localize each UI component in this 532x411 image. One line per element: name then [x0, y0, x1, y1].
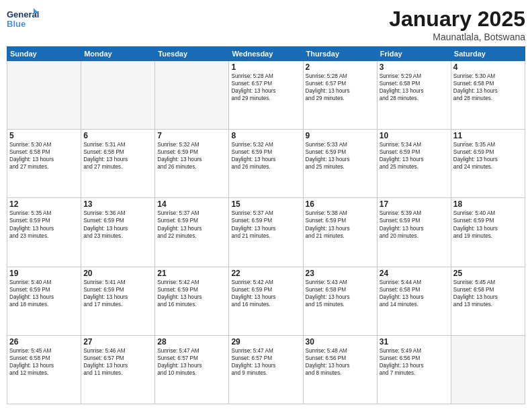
day-number: 30 [306, 337, 375, 347]
day-info: Sunrise: 5:29 AM Sunset: 6:58 PM Dayligh… [380, 73, 449, 102]
day-info: Sunrise: 5:37 AM Sunset: 6:59 PM Dayligh… [157, 210, 226, 239]
day-info: Sunrise: 5:30 AM Sunset: 6:58 PM Dayligh… [453, 73, 523, 102]
day-number: 31 [380, 337, 449, 347]
day-number: 9 [306, 131, 375, 140]
calendar-cell [451, 335, 525, 404]
day-info: Sunrise: 5:32 AM Sunset: 6:59 PM Dayligh… [231, 141, 300, 171]
calendar-cell: 27Sunrise: 5:46 AM Sunset: 6:57 PM Dayli… [81, 335, 155, 404]
day-info: Sunrise: 5:41 AM Sunset: 6:59 PM Dayligh… [83, 279, 152, 308]
calendar-cell [7, 61, 81, 130]
day-info: Sunrise: 5:42 AM Sunset: 6:59 PM Dayligh… [157, 279, 226, 308]
day-number: 25 [453, 269, 523, 278]
calendar-cell: 25Sunrise: 5:45 AM Sunset: 6:58 PM Dayli… [451, 267, 525, 335]
calendar-cell [155, 61, 229, 130]
day-number: 17 [380, 199, 449, 209]
day-info: Sunrise: 5:32 AM Sunset: 6:59 PM Dayligh… [157, 141, 226, 171]
day-info: Sunrise: 5:44 AM Sunset: 6:58 PM Dayligh… [380, 279, 449, 308]
day-number: 28 [157, 337, 226, 347]
calendar-cell: 20Sunrise: 5:41 AM Sunset: 6:59 PM Dayli… [81, 267, 155, 335]
calendar-cell: 5Sunrise: 5:30 AM Sunset: 6:58 PM Daylig… [7, 130, 81, 198]
day-info: Sunrise: 5:35 AM Sunset: 6:59 PM Dayligh… [9, 210, 79, 239]
day-info: Sunrise: 5:28 AM Sunset: 6:57 PM Dayligh… [306, 73, 375, 102]
calendar-cell: 21Sunrise: 5:42 AM Sunset: 6:59 PM Dayli… [155, 267, 229, 335]
day-info: Sunrise: 5:33 AM Sunset: 6:59 PM Dayligh… [306, 141, 375, 171]
logo: General Blue [7, 7, 39, 31]
day-number: 8 [231, 131, 300, 140]
day-info: Sunrise: 5:45 AM Sunset: 6:58 PM Dayligh… [9, 347, 79, 377]
day-number: 29 [231, 337, 300, 347]
calendar-cell: 16Sunrise: 5:38 AM Sunset: 6:59 PM Dayli… [303, 198, 377, 267]
day-number: 27 [83, 337, 152, 347]
day-number: 22 [231, 269, 300, 278]
weekday-header-wednesday: Wednesday [229, 47, 303, 61]
calendar-cell: 9Sunrise: 5:33 AM Sunset: 6:59 PM Daylig… [303, 130, 377, 198]
calendar-cell: 30Sunrise: 5:48 AM Sunset: 6:56 PM Dayli… [303, 335, 377, 404]
day-info: Sunrise: 5:49 AM Sunset: 6:56 PM Dayligh… [380, 347, 449, 377]
calendar-table: SundayMondayTuesdayWednesdayThursdayFrid… [7, 46, 525, 404]
day-number: 13 [83, 199, 152, 209]
day-info: Sunrise: 5:39 AM Sunset: 6:59 PM Dayligh… [380, 210, 449, 239]
day-number: 26 [9, 337, 79, 347]
day-info: Sunrise: 5:40 AM Sunset: 6:59 PM Dayligh… [453, 210, 523, 239]
calendar-cell [81, 61, 155, 130]
day-info: Sunrise: 5:40 AM Sunset: 6:59 PM Dayligh… [9, 279, 79, 308]
calendar-cell: 15Sunrise: 5:37 AM Sunset: 6:59 PM Dayli… [229, 198, 303, 267]
day-info: Sunrise: 5:43 AM Sunset: 6:58 PM Dayligh… [306, 279, 375, 308]
calendar-cell: 29Sunrise: 5:47 AM Sunset: 6:57 PM Dayli… [229, 335, 303, 404]
month-title: January 2025 [389, 7, 525, 32]
calendar-cell: 13Sunrise: 5:36 AM Sunset: 6:59 PM Dayli… [81, 198, 155, 267]
day-info: Sunrise: 5:48 AM Sunset: 6:56 PM Dayligh… [306, 347, 375, 377]
calendar-cell: 1Sunrise: 5:28 AM Sunset: 6:57 PM Daylig… [229, 61, 303, 130]
day-number: 3 [380, 62, 449, 72]
day-number: 5 [9, 131, 79, 140]
calendar-cell: 23Sunrise: 5:43 AM Sunset: 6:58 PM Dayli… [303, 267, 377, 335]
calendar-cell: 8Sunrise: 5:32 AM Sunset: 6:59 PM Daylig… [229, 130, 303, 198]
calendar-cell: 14Sunrise: 5:37 AM Sunset: 6:59 PM Dayli… [155, 198, 229, 267]
day-number: 7 [157, 131, 226, 140]
day-number: 19 [9, 269, 79, 278]
day-info: Sunrise: 5:45 AM Sunset: 6:58 PM Dayligh… [453, 279, 523, 308]
day-number: 15 [231, 199, 300, 209]
day-number: 12 [9, 199, 79, 209]
day-info: Sunrise: 5:34 AM Sunset: 6:59 PM Dayligh… [380, 141, 449, 171]
day-info: Sunrise: 5:28 AM Sunset: 6:57 PM Dayligh… [231, 73, 300, 102]
title-block: January 2025 Maunatlala, Botswana [389, 7, 525, 42]
day-info: Sunrise: 5:36 AM Sunset: 6:59 PM Dayligh… [83, 210, 152, 239]
logo-svg: General Blue [7, 7, 39, 31]
calendar-cell: 26Sunrise: 5:45 AM Sunset: 6:58 PM Dayli… [7, 335, 81, 404]
day-number: 10 [380, 131, 449, 140]
day-info: Sunrise: 5:46 AM Sunset: 6:57 PM Dayligh… [83, 347, 152, 377]
day-number: 24 [380, 269, 449, 278]
day-info: Sunrise: 5:31 AM Sunset: 6:58 PM Dayligh… [83, 141, 152, 171]
day-number: 2 [306, 62, 375, 72]
calendar-cell: 3Sunrise: 5:29 AM Sunset: 6:58 PM Daylig… [377, 61, 451, 130]
calendar-cell: 2Sunrise: 5:28 AM Sunset: 6:57 PM Daylig… [303, 61, 377, 130]
day-info: Sunrise: 5:47 AM Sunset: 6:57 PM Dayligh… [231, 347, 300, 377]
weekday-header-monday: Monday [81, 47, 155, 61]
weekday-header-tuesday: Tuesday [155, 47, 229, 61]
day-number: 23 [306, 269, 375, 278]
day-info: Sunrise: 5:37 AM Sunset: 6:59 PM Dayligh… [231, 210, 300, 239]
day-number: 6 [83, 131, 152, 140]
weekday-header-thursday: Thursday [303, 47, 377, 61]
day-number: 11 [453, 131, 523, 140]
calendar-cell: 28Sunrise: 5:47 AM Sunset: 6:57 PM Dayli… [155, 335, 229, 404]
day-number: 4 [453, 62, 523, 72]
calendar-cell: 4Sunrise: 5:30 AM Sunset: 6:58 PM Daylig… [451, 61, 525, 130]
day-number: 21 [157, 269, 226, 278]
day-info: Sunrise: 5:30 AM Sunset: 6:58 PM Dayligh… [9, 141, 79, 171]
calendar-cell: 12Sunrise: 5:35 AM Sunset: 6:59 PM Dayli… [7, 198, 81, 267]
day-number: 14 [157, 199, 226, 209]
calendar-cell: 17Sunrise: 5:39 AM Sunset: 6:59 PM Dayli… [377, 198, 451, 267]
day-info: Sunrise: 5:42 AM Sunset: 6:59 PM Dayligh… [231, 279, 300, 308]
day-info: Sunrise: 5:35 AM Sunset: 6:59 PM Dayligh… [453, 141, 523, 171]
day-number: 1 [231, 62, 300, 72]
day-number: 16 [306, 199, 375, 209]
calendar-cell: 6Sunrise: 5:31 AM Sunset: 6:58 PM Daylig… [81, 130, 155, 198]
calendar-cell: 10Sunrise: 5:34 AM Sunset: 6:59 PM Dayli… [377, 130, 451, 198]
day-number: 18 [453, 199, 523, 209]
weekday-header-friday: Friday [377, 47, 451, 61]
day-info: Sunrise: 5:47 AM Sunset: 6:57 PM Dayligh… [157, 347, 226, 377]
calendar-cell: 7Sunrise: 5:32 AM Sunset: 6:59 PM Daylig… [155, 130, 229, 198]
day-number: 20 [83, 269, 152, 278]
